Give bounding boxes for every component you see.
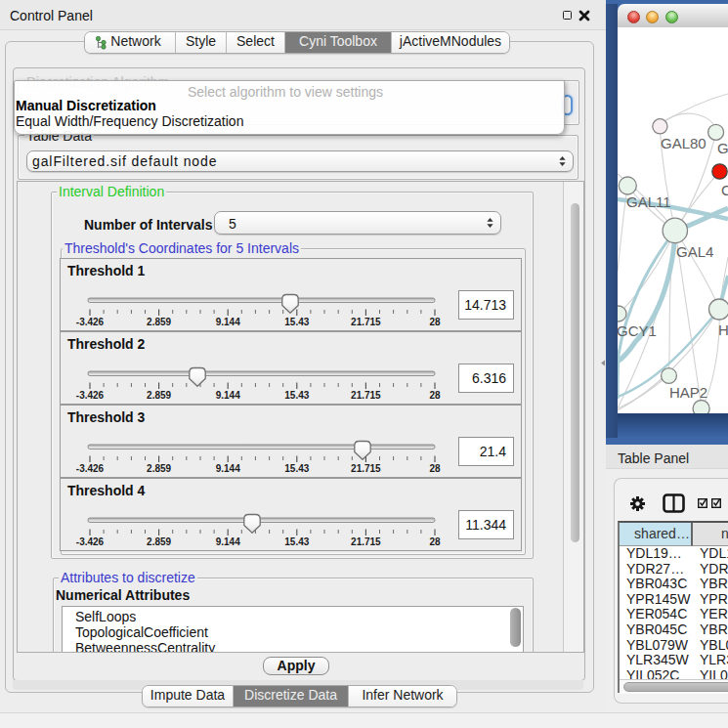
- svg-text:2.859: 2.859: [147, 317, 171, 327]
- svg-text:CY: CY: [721, 182, 728, 198]
- svg-text:2.859: 2.859: [147, 390, 171, 401]
- svg-text:GAL11: GAL11: [626, 193, 671, 210]
- svg-text:GAL7: GAL7: [717, 140, 728, 156]
- svg-text:21.715: 21.715: [351, 536, 381, 547]
- svg-text:-3.426: -3.426: [76, 536, 105, 547]
- svg-text:HI: HI: [718, 321, 728, 338]
- svg-text:GAL4: GAL4: [676, 243, 713, 260]
- svg-text:9.144: 9.144: [216, 317, 240, 327]
- svg-text:-3.426: -3.426: [76, 463, 105, 474]
- svg-text:21.715: 21.715: [351, 463, 381, 474]
- svg-text:GAL80: GAL80: [661, 135, 707, 151]
- svg-text:-3.426: -3.426: [76, 390, 105, 401]
- svg-text:2.859: 2.859: [147, 536, 171, 547]
- svg-text:28: 28: [429, 536, 441, 547]
- svg-text:21.715: 21.715: [351, 317, 381, 327]
- svg-text:9.144: 9.144: [216, 390, 240, 401]
- svg-text:-3.426: -3.426: [76, 317, 105, 327]
- svg-text:28: 28: [429, 317, 441, 327]
- svg-text:9.144: 9.144: [216, 536, 240, 547]
- svg-text:2.859: 2.859: [147, 463, 171, 474]
- svg-text:28: 28: [429, 463, 441, 474]
- svg-text:HAP2: HAP2: [669, 384, 707, 401]
- svg-text:21.715: 21.715: [351, 390, 381, 401]
- svg-text:GCY1: GCY1: [618, 322, 657, 339]
- svg-text:15.43: 15.43: [284, 463, 309, 474]
- svg-text:15.43: 15.43: [284, 536, 309, 547]
- svg-text:15.43: 15.43: [284, 317, 309, 327]
- svg-text:9.144: 9.144: [216, 463, 240, 474]
- svg-text:28: 28: [429, 390, 441, 401]
- svg-text:15.43: 15.43: [284, 390, 309, 401]
